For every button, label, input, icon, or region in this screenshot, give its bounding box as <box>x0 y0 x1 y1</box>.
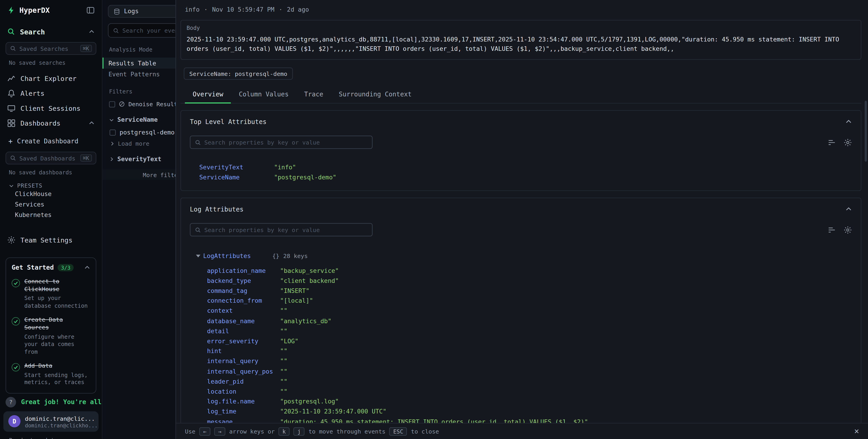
attribute-key: internal_query <box>207 358 280 365</box>
event-detail-panel: info · Nov 10 5:59:47 PM · 2d ago Body 2… <box>176 0 868 439</box>
attribute-key: detail <box>207 327 280 335</box>
attribute-search-input[interactable] <box>204 139 367 146</box>
wrap-lines-icon[interactable] <box>828 138 836 146</box>
create-dashboard-button[interactable]: + Create Dashboard <box>0 134 102 148</box>
attribute-key: message <box>207 418 280 423</box>
get-started-step-sources[interactable]: Create Data Sources Configure where your… <box>11 316 90 355</box>
attribute-key: location <box>207 388 280 395</box>
sidebar-item-search[interactable]: Search <box>0 24 102 39</box>
attribute-row[interactable]: location"" <box>190 386 852 397</box>
bell-icon <box>7 89 16 97</box>
attribute-row[interactable]: SeverityText "info" <box>199 162 852 172</box>
tab-surrounding-context[interactable]: Surrounding Context <box>331 85 420 103</box>
saved-dashboards-button[interactable]: Saved Dashboards ⌘K <box>5 152 96 164</box>
close-icon[interactable]: × <box>854 426 859 436</box>
sidebar-item-label: Team Settings <box>21 236 72 244</box>
check-circle-icon <box>11 279 20 287</box>
chevron-right-icon <box>109 157 114 162</box>
attribute-row[interactable]: log.file.name"postgresql.log" <box>190 397 852 407</box>
tab-trace[interactable]: Trace <box>296 85 331 103</box>
attribute-row[interactable]: detail"" <box>190 326 852 336</box>
chevron-up-icon[interactable] <box>84 264 90 271</box>
sidebar-item-kubernetes[interactable]: Kubernetes <box>0 210 102 220</box>
saved-searches-button[interactable]: Saved Searches ⌘K <box>5 42 96 55</box>
get-started-progress-badge: 3/3 <box>58 264 74 271</box>
wrap-lines-icon[interactable] <box>828 226 836 234</box>
event-relative-time: 2d ago <box>287 6 309 13</box>
create-dashboard-label: Create Dashboard <box>17 137 79 145</box>
section-title: Log Attributes <box>190 206 243 213</box>
attribute-key: log_time <box>207 408 280 415</box>
settings-icon[interactable] <box>844 226 852 234</box>
attribute-row[interactable]: internal_query"" <box>190 356 852 366</box>
log-attributes-section: Log Attributes <box>181 198 861 423</box>
saved-dashboards-label: Saved Dashboards <box>20 155 75 161</box>
tab-overview[interactable]: Overview <box>185 85 231 103</box>
footer-text: to close <box>411 428 439 434</box>
top-level-attribute-rows: SeverityText "info" ServiceName "postgre… <box>190 162 852 182</box>
sidebar-item-services[interactable]: Services <box>0 199 102 210</box>
chevron-up-icon[interactable] <box>845 119 852 125</box>
get-started-step-add-data[interactable]: Add Data Start sending logs, metrics, or… <box>11 362 90 386</box>
circle-slash-icon <box>119 101 125 107</box>
sidebar-item-label: Client Sessions <box>21 104 81 112</box>
sidebar-item-client-sessions[interactable]: Client Sessions <box>0 101 102 116</box>
attribute-row[interactable]: context"" <box>190 306 852 316</box>
check-circle-icon <box>11 363 20 371</box>
sidebar-item-alerts[interactable]: Alerts <box>0 86 102 101</box>
attribute-row[interactable]: internal_query_pos"" <box>190 367 852 377</box>
search-icon <box>113 27 119 33</box>
attribute-row[interactable]: command_tag"INSERT" <box>190 286 852 296</box>
attribute-row[interactable]: error_severity"LOG" <box>190 336 852 346</box>
chevron-down-icon <box>109 117 114 122</box>
facet-label: SeverityText <box>117 155 161 163</box>
help-icon[interactable]: ? <box>5 397 16 407</box>
scrollbar-thumb[interactable] <box>865 101 867 162</box>
attribute-search-box[interactable] <box>190 136 372 149</box>
sidebar-item-clickhouse[interactable]: ClickHouse <box>0 189 102 199</box>
sidebar-bottom: ? Great job! You're all D dominic.tran@c… <box>0 397 102 439</box>
load-more-label: Load more <box>118 140 149 147</box>
sidebar-item-team-settings[interactable]: Team Settings <box>0 232 102 248</box>
attribute-row[interactable]: log_time"2025-11-10 23:59:47.000 UTC" <box>190 407 852 417</box>
attribute-row[interactable]: backend_type"client backend" <box>190 276 852 286</box>
presets-label: PRESETS <box>17 183 42 189</box>
get-started-step-connect[interactable]: Connect to ClickHouse Set up your databa… <box>11 278 90 310</box>
body-text: 2025-11-10 23:59:47.000 UTC,postgres,ana… <box>186 35 855 54</box>
facet-value-label: postgresql-demo <box>120 129 175 136</box>
attribute-row[interactable]: leader_pid"" <box>190 377 852 386</box>
checkbox[interactable] <box>109 101 115 107</box>
chevron-up-icon[interactable] <box>845 206 852 213</box>
sidebar-item-dashboards[interactable]: Dashboards <box>0 116 102 131</box>
attribute-row[interactable]: ServiceName "postgresql-demo" <box>199 172 852 182</box>
attribute-row[interactable]: application_name"backup_service" <box>190 266 852 276</box>
event-detail-content: Body 2025-11-10 23:59:47.000 UTC,postgre… <box>176 19 868 423</box>
attribute-row[interactable]: connection_from"[local]" <box>190 296 852 306</box>
sidebar: HyperDX Search Saved Searches ⌘K No save… <box>0 0 102 439</box>
attribute-row[interactable]: message"duration: 45.950 ms statement: I… <box>190 417 852 423</box>
attribute-search-input[interactable] <box>204 226 367 233</box>
attribute-value: "" <box>280 378 287 385</box>
chevron-right-icon <box>110 141 115 146</box>
attribute-row[interactable]: hint"" <box>190 346 852 356</box>
sidebar-item-chart-explorer[interactable]: Chart Explorer <box>0 71 102 86</box>
attribute-search-box[interactable] <box>190 223 372 237</box>
attribute-value: "client backend" <box>280 277 339 284</box>
checkbox[interactable] <box>110 129 116 136</box>
get-started-header[interactable]: Get Started 3/3 <box>11 263 90 271</box>
tab-column-values[interactable]: Column Values <box>231 85 297 103</box>
service-name-chip[interactable]: ServiceName: postgresql-demo <box>184 68 293 80</box>
attribute-key: application_name <box>207 267 280 275</box>
search-label: Search <box>20 27 45 36</box>
log-attributes-tree-root[interactable]: LogAttributes {} 28 keys <box>190 251 852 261</box>
presets-toggle[interactable]: PRESETS <box>9 183 102 189</box>
attribute-key: ServiceName <box>199 174 274 181</box>
detail-tabs: Overview Column Values Trace Surrounding… <box>181 85 861 103</box>
settings-icon[interactable] <box>844 138 852 146</box>
attribute-row[interactable]: database_name"analytics_db" <box>190 316 852 326</box>
chevron-up-icon[interactable] <box>89 120 95 126</box>
user-menu[interactable]: D dominic.tran@clic... dominic.tran@clic… <box>3 411 99 432</box>
collapse-sidebar-icon[interactable] <box>86 6 95 14</box>
product-updates-link[interactable]: Product updates <box>9 437 102 439</box>
chevron-up-icon[interactable] <box>89 29 95 35</box>
